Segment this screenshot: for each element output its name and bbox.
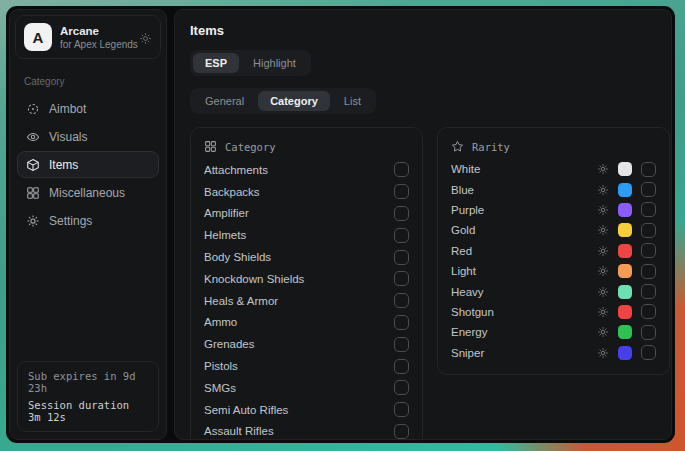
checkbox[interactable] — [641, 202, 656, 217]
checkbox[interactable] — [641, 243, 656, 258]
checkbox[interactable] — [641, 223, 656, 238]
gear-icon[interactable] — [139, 31, 152, 44]
category-row: Body Shields — [204, 246, 409, 268]
checkbox[interactable] — [394, 359, 409, 374]
rarity-row: Energy — [451, 322, 656, 342]
category-row-label: Ammo — [204, 316, 394, 328]
rarity-row: Heavy — [451, 281, 656, 301]
gear-icon[interactable] — [597, 326, 609, 338]
view-tab[interactable]: General — [193, 91, 256, 111]
gear-icon[interactable] — [597, 184, 609, 196]
checkbox[interactable] — [394, 228, 409, 243]
app-logo: A — [24, 23, 52, 51]
sidebar-nav: Aimbot Visuals Items Miscellaneous — [10, 91, 166, 238]
checkbox[interactable] — [394, 402, 409, 417]
rarity-row: Gold — [451, 220, 656, 240]
checkbox[interactable] — [641, 284, 656, 299]
checkbox[interactable] — [641, 182, 656, 197]
rarity-row-label: Energy — [451, 326, 597, 338]
view-tab[interactable]: Category — [258, 91, 330, 111]
main-panel: Items ESP Highlight General Category Lis… — [174, 9, 672, 440]
sidebar-item-label: Visuals — [49, 130, 87, 144]
gear-icon[interactable] — [597, 286, 609, 298]
rarity-row-label: White — [451, 163, 597, 175]
grid-icon — [26, 186, 40, 200]
sidebar-item-label: Aimbot — [49, 102, 86, 116]
checkbox[interactable] — [394, 380, 409, 395]
sidebar-item-label: Items — [49, 158, 78, 172]
category-row: Backpacks — [204, 181, 409, 203]
view-tab[interactable]: List — [332, 91, 373, 111]
rarity-row-label: Shotgun — [451, 306, 597, 318]
color-swatch[interactable] — [618, 346, 632, 360]
category-row-label: Backpacks — [204, 186, 394, 198]
category-row-label: Helmets — [204, 229, 394, 241]
rarity-row: Sniper — [451, 343, 656, 363]
color-swatch[interactable] — [618, 264, 632, 278]
color-swatch[interactable] — [618, 305, 632, 319]
category-list: Attachments Backpacks Amplifier — [204, 159, 409, 440]
category-panel-header: Category — [204, 137, 409, 159]
color-swatch[interactable] — [618, 162, 632, 176]
sidebar-item[interactable]: Aimbot — [17, 95, 159, 122]
category-row-label: Pistols — [204, 360, 394, 372]
color-swatch[interactable] — [618, 285, 632, 299]
rarity-row: Shotgun — [451, 302, 656, 322]
category-row: Semi Auto Rifles — [204, 399, 409, 421]
checkbox[interactable] — [394, 315, 409, 330]
gear-icon[interactable] — [597, 245, 609, 257]
rarity-row-label: Purple — [451, 204, 597, 216]
sidebar-item[interactable]: Items — [17, 151, 159, 178]
sidebar-item[interactable]: Miscellaneous — [17, 179, 159, 206]
rarity-row: Blue — [451, 179, 656, 199]
category-row-label: Assault Rifles — [204, 425, 394, 437]
subscription-status-box: Sub expires in 9d 23h Session duration 3… — [17, 361, 159, 432]
rarity-row: Red — [451, 241, 656, 261]
checkbox[interactable] — [641, 264, 656, 279]
mode-tab[interactable]: ESP — [193, 53, 239, 73]
checkbox[interactable] — [641, 162, 656, 177]
sidebar-item[interactable]: Visuals — [17, 123, 159, 150]
color-swatch[interactable] — [618, 223, 632, 237]
checkbox[interactable] — [394, 250, 409, 265]
rarity-row: White — [451, 159, 656, 179]
sidebar-item[interactable]: Settings — [17, 207, 159, 234]
checkbox[interactable] — [394, 337, 409, 352]
gear-icon[interactable] — [597, 347, 609, 359]
category-row: SMGs — [204, 377, 409, 399]
gear-icon[interactable] — [597, 204, 609, 216]
color-swatch[interactable] — [618, 183, 632, 197]
color-swatch[interactable] — [618, 244, 632, 258]
checkbox[interactable] — [641, 345, 656, 360]
gear-icon[interactable] — [597, 265, 609, 277]
checkbox[interactable] — [394, 271, 409, 286]
checkbox[interactable] — [394, 424, 409, 439]
app-title: Arcane — [60, 25, 131, 37]
mode-tab[interactable]: Highlight — [241, 53, 308, 73]
color-swatch[interactable] — [618, 203, 632, 217]
checkbox[interactable] — [394, 184, 409, 199]
view-tabs: General Category List — [190, 88, 376, 114]
star-icon — [451, 140, 464, 153]
app-window: A Arcane for Apex Legends Category Aimbo… — [6, 6, 675, 443]
checkbox[interactable] — [394, 293, 409, 308]
checkbox[interactable] — [641, 325, 656, 340]
category-row: Grenades — [204, 333, 409, 355]
color-swatch[interactable] — [618, 325, 632, 339]
cube-icon — [26, 158, 40, 172]
sidebar-section-label: Category — [24, 76, 152, 87]
category-row: Heals & Armor — [204, 290, 409, 312]
rarity-list: White Blue — [451, 159, 656, 363]
gear-icon — [26, 214, 40, 228]
category-row: Attachments — [204, 159, 409, 181]
gear-icon[interactable] — [597, 163, 609, 175]
gear-icon[interactable] — [597, 224, 609, 236]
gear-icon[interactable] — [597, 306, 609, 318]
crosshair-icon — [26, 102, 40, 116]
category-row-label: Body Shields — [204, 251, 394, 263]
category-row: Amplifier — [204, 203, 409, 225]
checkbox[interactable] — [394, 206, 409, 221]
checkbox[interactable] — [641, 304, 656, 319]
rarity-row: Light — [451, 261, 656, 281]
checkbox[interactable] — [394, 162, 409, 177]
